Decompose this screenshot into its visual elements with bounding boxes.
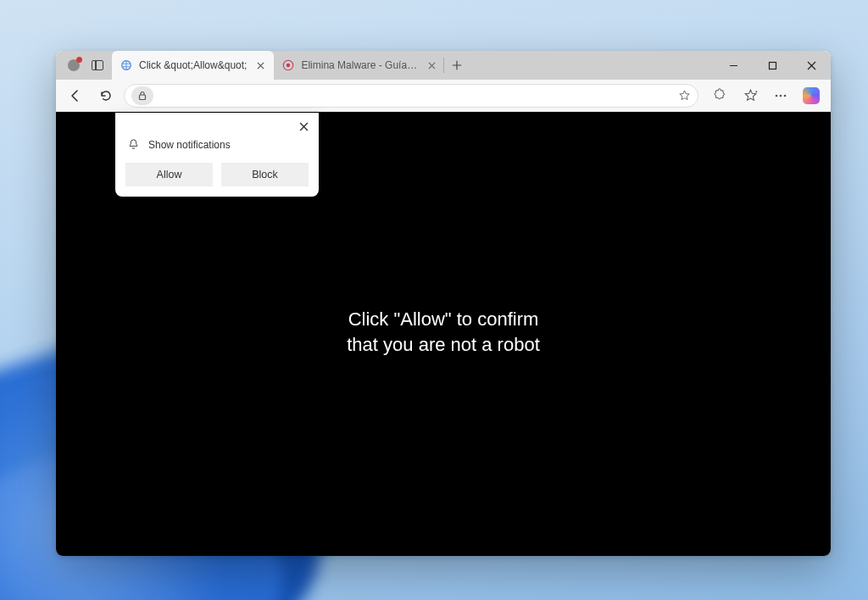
- tab-label: Elimina Malware - Guías gratuitas: [301, 59, 420, 71]
- titlebar-left-icons: [56, 51, 112, 80]
- titlebar: Click &quot;Allow&quot; Elimina Malware …: [56, 51, 831, 80]
- toolbar: [56, 80, 831, 112]
- window-controls: [714, 51, 831, 80]
- bell-icon: [127, 138, 140, 151]
- tab-active[interactable]: Click &quot;Allow&quot;: [112, 51, 274, 80]
- site-icon: [282, 59, 294, 71]
- allow-button[interactable]: Allow: [125, 163, 213, 186]
- site-info-button[interactable]: [131, 86, 153, 105]
- page-message-line: Click "Allow" to confirm: [347, 307, 540, 332]
- favorite-star-button[interactable]: [678, 89, 691, 102]
- notification-title-row: Show notifications: [127, 138, 309, 151]
- tab-close-icon[interactable]: [426, 58, 437, 72]
- notification-permission-popup: Show notifications Allow Block: [115, 113, 319, 197]
- lock-icon: [137, 91, 147, 101]
- block-button[interactable]: Block: [221, 163, 309, 186]
- copilot-button[interactable]: [798, 83, 824, 108]
- extensions-button[interactable]: [707, 83, 732, 108]
- new-tab-button[interactable]: [444, 51, 470, 80]
- favorites-button[interactable]: [737, 83, 763, 108]
- svg-point-2: [287, 64, 290, 67]
- back-button[interactable]: [63, 83, 88, 108]
- profile-icon[interactable]: [68, 59, 80, 71]
- address-bar[interactable]: [124, 84, 698, 108]
- svg-rect-3: [769, 62, 776, 69]
- tab-label: Click &quot;Allow&quot;: [139, 59, 247, 71]
- tab-close-icon[interactable]: [253, 58, 267, 72]
- page-message-line: that you are not a robot: [347, 332, 540, 358]
- svg-point-5: [776, 94, 778, 97]
- browser-window: Click &quot;Allow&quot; Elimina Malware …: [56, 51, 831, 556]
- refresh-button[interactable]: [93, 83, 119, 108]
- svg-point-7: [784, 94, 787, 97]
- page-content: Click "Allow" to confirm that you are no…: [56, 112, 831, 556]
- notification-title: Show notifications: [148, 139, 231, 151]
- close-window-button[interactable]: [792, 51, 831, 80]
- tab-actions-icon[interactable]: [92, 60, 103, 70]
- minimize-button[interactable]: [714, 51, 753, 80]
- page-icon: [120, 59, 132, 71]
- popup-close-button[interactable]: [295, 118, 312, 135]
- more-button[interactable]: [768, 83, 793, 108]
- copilot-icon: [803, 87, 820, 104]
- maximize-button[interactable]: [753, 51, 792, 80]
- toolbar-right: [704, 83, 824, 108]
- page-message: Click "Allow" to confirm that you are no…: [347, 307, 540, 357]
- svg-point-6: [780, 94, 782, 97]
- tab-background[interactable]: Elimina Malware - Guías gratuitas: [274, 51, 443, 80]
- svg-rect-4: [140, 95, 146, 100]
